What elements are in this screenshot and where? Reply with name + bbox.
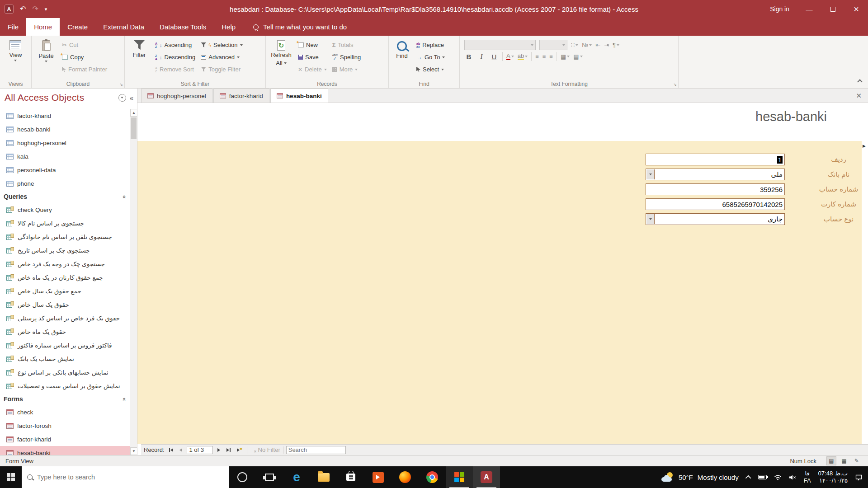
nav-item-query[interactable]: check Query xyxy=(0,203,130,216)
access-taskbar-button[interactable]: A xyxy=(473,466,500,488)
document-tab[interactable]: hesab-banki xyxy=(270,89,328,103)
new-record-button[interactable]: * xyxy=(235,446,244,453)
undo-icon[interactable]: ↶ xyxy=(20,5,26,13)
dialog-launcher-icon[interactable]: ↘ xyxy=(673,82,677,87)
ribbon-tab[interactable]: Database Tools xyxy=(152,18,214,36)
increase-indent-icon[interactable]: ⇥ xyxy=(604,42,609,48)
ribbon-tab[interactable]: External Data xyxy=(95,18,152,36)
restore-button[interactable] xyxy=(821,0,844,18)
spelling-button[interactable]: ABC✓ Spelling xyxy=(330,51,363,63)
document-tab[interactable]: factor-kharid xyxy=(213,89,269,103)
text-direction-button[interactable]: ¶ xyxy=(613,42,619,48)
taskbar-search-input[interactable] xyxy=(37,474,223,481)
goto-button[interactable]: → Go To xyxy=(414,51,447,63)
weather-widget[interactable]: 50°F Mostly cloudy xyxy=(657,472,743,482)
underline-button[interactable]: U xyxy=(490,53,499,61)
media-player-button[interactable] xyxy=(364,466,392,488)
field-input[interactable]: ملی xyxy=(646,169,785,180)
record-search-input[interactable] xyxy=(286,446,346,454)
bullets-button[interactable]: ∷ xyxy=(571,42,578,48)
view-button[interactable]: View xyxy=(9,38,22,61)
nav-item-query[interactable]: نمایش حقوق بر اساس سمت و تحصیلات xyxy=(0,379,130,393)
clock[interactable]: 07:48 ب.ظ ۱۴۰۰/۱۰/۲۵ xyxy=(815,470,851,485)
field-input[interactable]: جاری xyxy=(646,213,785,225)
save-record-button[interactable]: Save xyxy=(296,51,329,63)
gridlines-button[interactable]: ▦ xyxy=(561,53,570,60)
datasheet-view-button[interactable]: ▦ xyxy=(839,456,849,465)
field-input[interactable]: 6585265970142025 xyxy=(646,198,785,210)
ribbon-tab[interactable]: Create xyxy=(60,18,95,36)
collapse-ribbon-icon[interactable] xyxy=(857,79,862,84)
new-record-button[interactable]: New xyxy=(296,39,329,51)
field-input[interactable]: 359256 xyxy=(646,183,785,195)
combo-dropdown-button[interactable] xyxy=(646,214,655,224)
start-button[interactable] xyxy=(0,466,22,488)
nav-item-form[interactable]: factor-kharid xyxy=(0,432,130,446)
refresh-all-button[interactable]: ↻ Refresh All xyxy=(268,38,295,67)
find-button[interactable]: Find xyxy=(391,38,413,59)
ascending-button[interactable]: AZ ↓ Ascending xyxy=(153,39,198,51)
nav-item-table[interactable]: personeli-data xyxy=(0,163,130,177)
filter-button[interactable]: Filter xyxy=(127,38,152,58)
volume-button[interactable] xyxy=(785,474,800,480)
last-record-button[interactable] xyxy=(225,448,232,452)
wifi-button[interactable] xyxy=(770,474,785,480)
advanced-button[interactable]: Advanced xyxy=(198,51,245,63)
nav-item-form[interactable]: check xyxy=(0,405,130,419)
ribbon-tab[interactable]: File xyxy=(0,18,26,36)
nav-item-query[interactable]: جمع حقوق کارنان در یک ماه خاص xyxy=(0,271,130,284)
document-tab[interactable]: hoghogh-personel xyxy=(141,89,212,103)
font-color-button[interactable]: A xyxy=(506,53,514,60)
decrease-indent-icon[interactable]: ⇤ xyxy=(595,42,600,48)
background-color-button[interactable]: ▤ xyxy=(573,53,582,60)
action-center-button[interactable] xyxy=(851,474,868,481)
close-document-icon[interactable]: ✕ xyxy=(849,89,868,103)
scrollbar-thumb[interactable] xyxy=(131,117,137,139)
scroll-right-icon[interactable]: ▶ xyxy=(863,144,866,148)
record-position-box[interactable]: 1 of 3 xyxy=(187,446,213,454)
replace-button[interactable]: abac Replace xyxy=(414,39,447,51)
battery-button[interactable] xyxy=(755,475,770,479)
nav-item-query[interactable]: جستجوی تلفن بر اساس نام خانوادگی xyxy=(0,230,130,244)
combo-dropdown-button[interactable] xyxy=(646,169,655,179)
tell-me-box[interactable]: Tell me what you want to do xyxy=(243,18,347,36)
design-view-button[interactable]: ✎ xyxy=(852,456,862,465)
font-size-combobox[interactable] xyxy=(539,40,567,50)
nav-item-table[interactable]: hesab-banki xyxy=(0,122,130,136)
store-button[interactable] xyxy=(337,466,364,488)
sign-in-button[interactable]: Sign in xyxy=(762,0,797,18)
selection-button[interactable]: ϟ Selection xyxy=(198,39,245,51)
highlight-color-button[interactable]: ab xyxy=(518,53,528,60)
nav-item-table[interactable]: phone xyxy=(0,177,130,190)
nav-item-table[interactable]: hoghogh-personel xyxy=(0,136,130,150)
colored-tiles-app-button[interactable] xyxy=(446,466,473,488)
dialog-launcher-icon[interactable]: ↘ xyxy=(119,82,123,87)
previous-record-button[interactable] xyxy=(178,448,184,452)
nav-section-queries[interactable]: Queries « xyxy=(0,190,130,203)
nav-item-query[interactable]: نمایش حسابهای بانکی بر اساس نوع xyxy=(0,366,130,379)
italic-button[interactable]: I xyxy=(477,53,486,61)
collapse-section-icon[interactable]: « xyxy=(121,195,128,198)
file-explorer-button[interactable] xyxy=(310,466,337,488)
nav-item-query[interactable]: جستجوی چک بر اساس تاریخ xyxy=(0,244,130,257)
ribbon-tab[interactable]: Home xyxy=(26,18,60,36)
scroll-up-icon[interactable]: ▲ xyxy=(130,109,137,117)
nav-item-query[interactable]: حقوق یک سال خاص xyxy=(0,298,130,311)
nav-category-menu-icon[interactable] xyxy=(118,94,126,102)
nav-item-query[interactable]: حقوق یک فرد خاص بر اساس کد پرسنلی xyxy=(0,311,130,325)
customize-qat-icon[interactable]: ▾ xyxy=(45,7,47,12)
nav-item-query[interactable]: فاکتور فروش بر اساس شماره فاکتور xyxy=(0,338,130,352)
next-record-button[interactable] xyxy=(216,448,222,452)
bold-button[interactable]: B xyxy=(464,53,473,61)
tray-expand-button[interactable] xyxy=(743,475,755,479)
nav-item-query[interactable]: جمع حقوق یک سال خاص xyxy=(0,284,130,298)
no-filter-button[interactable]: ✕ No Filter xyxy=(250,446,280,453)
access-app-icon[interactable]: A xyxy=(5,5,14,14)
ribbon-tab[interactable]: Help xyxy=(214,18,243,36)
select-button[interactable]: Select xyxy=(414,63,447,75)
close-button[interactable]: × xyxy=(844,0,868,18)
nav-section-forms[interactable]: Forms « xyxy=(0,393,130,405)
nav-item-query[interactable]: حقوق یک ماه خاص xyxy=(0,325,130,338)
chrome-button[interactable] xyxy=(419,466,446,488)
nav-scrollbar[interactable]: ▲ ▼ xyxy=(130,109,137,455)
